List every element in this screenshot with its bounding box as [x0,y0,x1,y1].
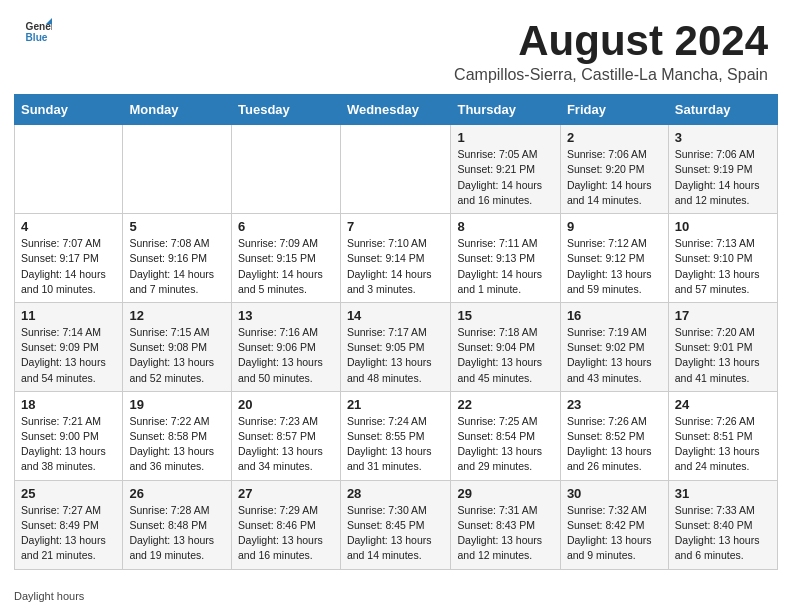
calendar-subtitle: Campillos-Sierra, Castille-La Mancha, Sp… [454,66,768,84]
day-number: 6 [238,219,334,234]
day-number: 1 [457,130,553,145]
day-info: Sunrise: 7:26 AM Sunset: 8:51 PM Dayligh… [675,414,771,475]
day-info: Sunrise: 7:26 AM Sunset: 8:52 PM Dayligh… [567,414,662,475]
calendar-cell: 8Sunrise: 7:11 AM Sunset: 9:13 PM Daylig… [451,214,560,303]
day-info: Sunrise: 7:25 AM Sunset: 8:54 PM Dayligh… [457,414,553,475]
calendar-table: SundayMondayTuesdayWednesdayThursdayFrid… [14,94,778,569]
day-info: Sunrise: 7:22 AM Sunset: 8:58 PM Dayligh… [129,414,225,475]
day-number: 17 [675,308,771,323]
day-number: 10 [675,219,771,234]
day-number: 23 [567,397,662,412]
day-number: 4 [21,219,116,234]
calendar-cell: 28Sunrise: 7:30 AM Sunset: 8:45 PM Dayli… [340,480,451,569]
footer-note: Daylight hours [0,584,792,606]
day-info: Sunrise: 7:14 AM Sunset: 9:09 PM Dayligh… [21,325,116,386]
day-info: Sunrise: 7:29 AM Sunset: 8:46 PM Dayligh… [238,503,334,564]
day-number: 15 [457,308,553,323]
svg-text:Blue: Blue [26,32,48,43]
day-number: 8 [457,219,553,234]
calendar-cell: 16Sunrise: 7:19 AM Sunset: 9:02 PM Dayli… [560,302,668,391]
calendar-cell: 17Sunrise: 7:20 AM Sunset: 9:01 PM Dayli… [668,302,777,391]
calendar-cell: 5Sunrise: 7:08 AM Sunset: 9:16 PM Daylig… [123,214,232,303]
day-number: 26 [129,486,225,501]
day-info: Sunrise: 7:13 AM Sunset: 9:10 PM Dayligh… [675,236,771,297]
calendar-cell: 23Sunrise: 7:26 AM Sunset: 8:52 PM Dayli… [560,391,668,480]
calendar-cell [15,125,123,214]
day-number: 22 [457,397,553,412]
calendar-cell: 27Sunrise: 7:29 AM Sunset: 8:46 PM Dayli… [232,480,341,569]
day-number: 14 [347,308,445,323]
day-info: Sunrise: 7:08 AM Sunset: 9:16 PM Dayligh… [129,236,225,297]
day-info: Sunrise: 7:11 AM Sunset: 9:13 PM Dayligh… [457,236,553,297]
calendar-cell: 20Sunrise: 7:23 AM Sunset: 8:57 PM Dayli… [232,391,341,480]
week-row: 4Sunrise: 7:07 AM Sunset: 9:17 PM Daylig… [15,214,778,303]
day-info: Sunrise: 7:24 AM Sunset: 8:55 PM Dayligh… [347,414,445,475]
calendar-cell: 18Sunrise: 7:21 AM Sunset: 9:00 PM Dayli… [15,391,123,480]
calendar-cell: 12Sunrise: 7:15 AM Sunset: 9:08 PM Dayli… [123,302,232,391]
day-info: Sunrise: 7:10 AM Sunset: 9:14 PM Dayligh… [347,236,445,297]
calendar-cell: 31Sunrise: 7:33 AM Sunset: 8:40 PM Dayli… [668,480,777,569]
calendar-cell: 1Sunrise: 7:05 AM Sunset: 9:21 PM Daylig… [451,125,560,214]
day-info: Sunrise: 7:19 AM Sunset: 9:02 PM Dayligh… [567,325,662,386]
day-number: 30 [567,486,662,501]
day-number: 20 [238,397,334,412]
week-row: 18Sunrise: 7:21 AM Sunset: 9:00 PM Dayli… [15,391,778,480]
day-number: 28 [347,486,445,501]
calendar-cell: 21Sunrise: 7:24 AM Sunset: 8:55 PM Dayli… [340,391,451,480]
day-number: 21 [347,397,445,412]
calendar-cell [123,125,232,214]
day-info: Sunrise: 7:15 AM Sunset: 9:08 PM Dayligh… [129,325,225,386]
day-info: Sunrise: 7:20 AM Sunset: 9:01 PM Dayligh… [675,325,771,386]
day-number: 12 [129,308,225,323]
day-info: Sunrise: 7:16 AM Sunset: 9:06 PM Dayligh… [238,325,334,386]
day-number: 11 [21,308,116,323]
calendar-cell: 15Sunrise: 7:18 AM Sunset: 9:04 PM Dayli… [451,302,560,391]
day-info: Sunrise: 7:05 AM Sunset: 9:21 PM Dayligh… [457,147,553,208]
page-header: General Blue August 2024 Campillos-Sierr… [0,0,792,94]
day-info: Sunrise: 7:12 AM Sunset: 9:12 PM Dayligh… [567,236,662,297]
calendar-cell: 13Sunrise: 7:16 AM Sunset: 9:06 PM Dayli… [232,302,341,391]
day-info: Sunrise: 7:28 AM Sunset: 8:48 PM Dayligh… [129,503,225,564]
day-info: Sunrise: 7:27 AM Sunset: 8:49 PM Dayligh… [21,503,116,564]
calendar-cell: 24Sunrise: 7:26 AM Sunset: 8:51 PM Dayli… [668,391,777,480]
day-info: Sunrise: 7:09 AM Sunset: 9:15 PM Dayligh… [238,236,334,297]
day-info: Sunrise: 7:06 AM Sunset: 9:19 PM Dayligh… [675,147,771,208]
day-info: Sunrise: 7:07 AM Sunset: 9:17 PM Dayligh… [21,236,116,297]
calendar-wrapper: SundayMondayTuesdayWednesdayThursdayFrid… [0,94,792,583]
day-number: 13 [238,308,334,323]
calendar-cell: 11Sunrise: 7:14 AM Sunset: 9:09 PM Dayli… [15,302,123,391]
calendar-cell: 25Sunrise: 7:27 AM Sunset: 8:49 PM Dayli… [15,480,123,569]
weekday-header: Tuesday [232,95,341,125]
day-info: Sunrise: 7:23 AM Sunset: 8:57 PM Dayligh… [238,414,334,475]
title-block: August 2024 Campillos-Sierra, Castille-L… [454,18,768,84]
calendar-cell: 26Sunrise: 7:28 AM Sunset: 8:48 PM Dayli… [123,480,232,569]
day-number: 7 [347,219,445,234]
weekday-header: Monday [123,95,232,125]
weekday-header: Saturday [668,95,777,125]
calendar-cell: 6Sunrise: 7:09 AM Sunset: 9:15 PM Daylig… [232,214,341,303]
calendar-cell: 29Sunrise: 7:31 AM Sunset: 8:43 PM Dayli… [451,480,560,569]
day-info: Sunrise: 7:18 AM Sunset: 9:04 PM Dayligh… [457,325,553,386]
week-row: 11Sunrise: 7:14 AM Sunset: 9:09 PM Dayli… [15,302,778,391]
day-info: Sunrise: 7:30 AM Sunset: 8:45 PM Dayligh… [347,503,445,564]
day-number: 5 [129,219,225,234]
day-number: 2 [567,130,662,145]
calendar-cell [340,125,451,214]
day-number: 25 [21,486,116,501]
day-info: Sunrise: 7:33 AM Sunset: 8:40 PM Dayligh… [675,503,771,564]
logo: General Blue [24,18,52,46]
calendar-cell: 3Sunrise: 7:06 AM Sunset: 9:19 PM Daylig… [668,125,777,214]
daylight-label: Daylight hours [14,590,84,602]
day-number: 18 [21,397,116,412]
day-info: Sunrise: 7:17 AM Sunset: 9:05 PM Dayligh… [347,325,445,386]
day-number: 27 [238,486,334,501]
calendar-title: August 2024 [454,18,768,64]
weekday-header: Sunday [15,95,123,125]
day-info: Sunrise: 7:21 AM Sunset: 9:00 PM Dayligh… [21,414,116,475]
logo-icon: General Blue [24,18,52,46]
weekday-header: Friday [560,95,668,125]
calendar-cell [232,125,341,214]
day-number: 9 [567,219,662,234]
day-info: Sunrise: 7:32 AM Sunset: 8:42 PM Dayligh… [567,503,662,564]
week-row: 1Sunrise: 7:05 AM Sunset: 9:21 PM Daylig… [15,125,778,214]
